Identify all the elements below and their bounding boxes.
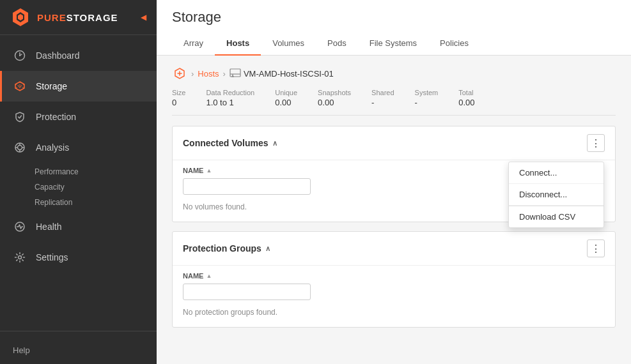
stat-shared-value: -: [371, 98, 394, 107]
tab-file-systems[interactable]: File Systems: [358, 33, 428, 56]
stat-dr-value: 1.0 to 1: [206, 98, 254, 107]
pure-storage-logo-icon: [10, 7, 31, 27]
stat-size-value: 0: [172, 98, 185, 107]
protection-groups-search[interactable]: [183, 284, 311, 300]
connected-volumes-chevron-icon: ∧: [272, 139, 277, 148]
sidebar-item-replication[interactable]: Replication: [35, 195, 144, 210]
sidebar-sub-label: Performance: [35, 167, 79, 176]
stat-snapshots: Snapshots 0.00: [318, 89, 351, 107]
breadcrumb-separator: ›: [191, 69, 194, 79]
connected-volumes-search[interactable]: [183, 178, 311, 195]
sidebar-item-protection[interactable]: Protection: [0, 102, 157, 132]
logo-text: PURESTORAGE: [37, 12, 118, 23]
connected-volumes-title-text: Connected Volumes: [183, 138, 269, 148]
tab-array[interactable]: Array: [172, 33, 215, 56]
stat-shared-label: Shared: [371, 89, 394, 96]
settings-icon: [13, 250, 27, 264]
dashboard-icon: [13, 49, 27, 63]
stat-unique: Unique 0.00: [275, 89, 297, 107]
sidebar-item-performance[interactable]: Performance: [35, 164, 144, 179]
sidebar-item-label: Storage: [36, 81, 67, 91]
storage-icon: [13, 79, 27, 93]
sidebar-item-analysis[interactable]: Analysis: [0, 132, 157, 163]
stat-size-label: Size: [172, 89, 185, 96]
svg-rect-15: [230, 69, 240, 77]
protection-icon: [13, 110, 27, 124]
stat-total: Total 0.00: [458, 89, 474, 107]
tab-pods[interactable]: Pods: [316, 33, 358, 56]
protection-groups-chevron-icon: ∧: [265, 245, 270, 253]
stat-unique-label: Unique: [275, 89, 297, 96]
logo: PURESTORAGE ◀: [0, 0, 157, 35]
protection-groups-title-text: Protection Groups: [183, 243, 261, 254]
download-csv-menu-item[interactable]: Download CSV: [509, 206, 604, 227]
sidebar-sub-label: Replication: [35, 198, 72, 207]
tab-volumes[interactable]: Volumes: [261, 33, 316, 56]
sidebar-item-label: Health: [36, 222, 61, 232]
page-title: Storage: [172, 9, 616, 26]
sidebar-sub-label: Capacity: [35, 183, 65, 192]
svg-point-4: [19, 55, 20, 56]
sidebar-item-label: Dashboard: [36, 50, 80, 61]
pg-sort-asc-icon: ▲: [206, 273, 212, 279]
stat-system: System -: [415, 89, 439, 107]
stat-sys-value: -: [415, 98, 439, 107]
connected-volumes-header: Connected Volumes ∧ ⋮ Connect... Disconn…: [173, 126, 615, 160]
stats-row: Size 0 Data Reduction 1.0 to 1 Unique 0.…: [172, 89, 616, 116]
sidebar-collapse-icon[interactable]: ◀: [141, 13, 146, 22]
breadcrumb-hosts-link[interactable]: Hosts: [198, 69, 219, 79]
stat-size: Size 0: [172, 89, 185, 107]
sidebar-item-settings[interactable]: Settings: [0, 242, 157, 273]
sidebar: PURESTORAGE ◀ Dashboard: [0, 0, 157, 364]
sort-asc-icon: ▲: [206, 167, 212, 174]
stat-data-reduction: Data Reduction 1.0 to 1: [206, 89, 254, 107]
sidebar-item-storage[interactable]: Storage: [0, 71, 157, 102]
protection-groups-empty: No protection groups found.: [183, 305, 605, 319]
ellipsis-icon: ⋮: [591, 137, 601, 149]
tab-policies[interactable]: Policies: [428, 33, 480, 56]
sidebar-item-label: Settings: [36, 252, 68, 262]
breadcrumb-separator2: ›: [223, 69, 226, 79]
protection-groups-name-header: Name ▲: [183, 272, 605, 280]
stat-dr-label: Data Reduction: [206, 89, 254, 96]
connected-volumes-dropdown: Connect... Disconnect... Download CSV: [508, 162, 604, 228]
connected-volumes-title: Connected Volumes ∧: [183, 138, 277, 148]
svg-point-7: [18, 146, 22, 150]
main-header: Storage Array Hosts Volumes Pods File Sy…: [157, 0, 631, 56]
breadcrumb-current: VM-AMD-Host-ISCSI-01: [230, 68, 334, 79]
analysis-icon: [13, 140, 27, 155]
svg-marker-5: [15, 82, 24, 91]
stat-snap-value: 0.00: [318, 98, 351, 107]
protection-groups-menu-button[interactable]: ⋮: [587, 239, 605, 257]
tab-hosts[interactable]: Hosts: [215, 33, 261, 56]
pg-name-column-label: Name: [183, 272, 203, 280]
hosts-breadcrumb-icon: [172, 66, 187, 81]
sidebar-item-health[interactable]: Health: [0, 211, 157, 242]
stat-unique-value: 0.00: [275, 98, 297, 107]
protection-groups-header: Protection Groups ∧ ⋮: [173, 232, 615, 266]
sidebar-item-dashboard[interactable]: Dashboard: [0, 40, 157, 71]
sidebar-help[interactable]: Help: [0, 337, 157, 364]
protection-groups-section: Protection Groups ∧ ⋮ Name ▲ No protecti…: [172, 231, 616, 328]
sidebar-item-capacity[interactable]: Capacity: [35, 179, 144, 195]
sidebar-divider: [0, 331, 157, 331]
sidebar-item-label: Analysis: [36, 142, 69, 153]
stat-total-value: 0.00: [458, 98, 474, 107]
protection-groups-body: Name ▲ No protection groups found.: [173, 266, 615, 327]
connect-menu-item[interactable]: Connect...: [509, 162, 604, 184]
health-icon: [13, 220, 27, 234]
connected-volumes-menu-button[interactable]: ⋮ Connect... Disconnect... Download CSV: [587, 134, 605, 152]
ellipsis-icon-pg: ⋮: [591, 243, 601, 255]
content-area: › Hosts › VM-AMD-Host-ISCSI-01: [157, 56, 631, 364]
name-column-label: Name: [183, 167, 203, 174]
disconnect-menu-item[interactable]: Disconnect...: [509, 184, 604, 206]
stat-sys-label: System: [415, 89, 439, 96]
protection-groups-title: Protection Groups ∧: [183, 243, 270, 254]
stat-shared: Shared -: [371, 89, 394, 107]
svg-point-13: [19, 256, 22, 259]
main-content: Storage Array Hosts Volumes Pods File Sy…: [157, 0, 631, 364]
stat-snap-label: Snapshots: [318, 89, 351, 96]
stat-total-label: Total: [458, 89, 474, 96]
breadcrumb: › Hosts › VM-AMD-Host-ISCSI-01: [172, 66, 616, 81]
sidebar-nav: Dashboard Storage Protection: [0, 35, 157, 326]
